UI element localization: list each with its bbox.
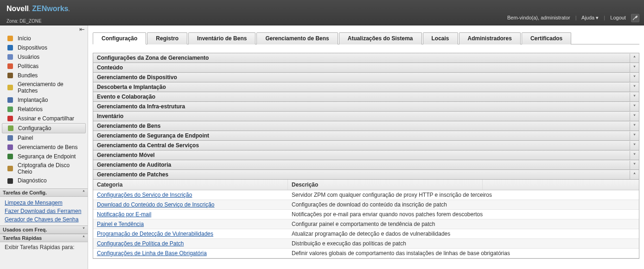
- sidebar-item-4[interactable]: Bundles: [0, 71, 88, 80]
- monitor-icon: [6, 44, 14, 51]
- tab-7[interactable]: Certificados: [522, 32, 571, 44]
- sidebar-item-6[interactable]: Implantação: [0, 95, 88, 105]
- sidebar-item-2[interactable]: Usuários: [0, 52, 88, 62]
- tab-4[interactable]: Atualizações do Sistema: [339, 32, 422, 44]
- accordion-section-0[interactable]: Conteúdo˅: [93, 63, 639, 73]
- nav-list: InícioDispositivosUsuáriosPolíticasBundl…: [0, 33, 88, 188]
- help-link[interactable]: Ajuda ▾: [581, 15, 599, 20]
- accordion-label: Gerenciamento da Central de Serviços: [97, 142, 199, 149]
- sidebar-item-8[interactable]: Assinar e Compartilhar: [0, 114, 88, 123]
- svg-rect-6: [7, 97, 13, 103]
- table-row: Configurações de Política de PatchDistri…: [93, 239, 639, 249]
- accordion-label: Gerenciamento da Infra-estrutura: [97, 103, 185, 110]
- chevron-down-icon: ˅: [630, 112, 639, 121]
- policy-icon: [6, 63, 14, 70]
- zone-settings-panel: Configurações da Zona de Gerenciamento ˄…: [93, 53, 639, 259]
- accordion-section-1[interactable]: Gerenciamento de Dispositivo˅: [93, 73, 639, 82]
- table-body: Configurações do Serviço de InscriçãoSer…: [93, 190, 639, 258]
- sidebar-item-13[interactable]: Criptografia de Disco Cheio: [0, 161, 88, 176]
- category-link-2[interactable]: Notificação por E-mail: [97, 211, 151, 218]
- table-row: Programação de Detecção de Vulnerabilida…: [93, 229, 639, 239]
- category-link-1[interactable]: Download do Conteúdo do Serviço de Inscr…: [97, 201, 215, 208]
- accordion-section-9[interactable]: Gerenciamento Móvel˅: [93, 150, 639, 160]
- category-link-3[interactable]: Painel e Tendência: [97, 221, 144, 227]
- panel-header[interactable]: Configurações da Zona de Gerenciamento ˄: [93, 53, 639, 63]
- category-link-6[interactable]: Configurações de Linha de Base Obrigatór…: [97, 250, 207, 256]
- sidebar-item-0[interactable]: Início: [0, 34, 88, 43]
- chevron-up-icon: ˄: [630, 54, 639, 63]
- chevron-down-icon: ˅: [630, 93, 639, 101]
- chevron-down-icon: ˅: [630, 73, 639, 82]
- tab-3[interactable]: Gerenciamento de Bens: [256, 32, 338, 44]
- accordion-section-7[interactable]: Gerenciamento de Segurança de Endpoint˅: [93, 131, 639, 141]
- sidebar-item-label: Usuários: [18, 54, 39, 60]
- quick-tasks-body: Exibir Tarefas Rápidas para:: [0, 242, 88, 252]
- wrench-icon: [631, 14, 639, 22]
- category-link-4[interactable]: Programação de Detecção de Vulnerabilida…: [97, 231, 213, 237]
- table-header: Categoria Descrição: [93, 180, 639, 190]
- tab-1[interactable]: Registro: [147, 32, 187, 44]
- accordion-section-2[interactable]: Descoberta e Implantação˅: [93, 82, 639, 92]
- tab-2[interactable]: Inventário de Bens: [188, 32, 255, 44]
- svg-rect-3: [7, 63, 13, 69]
- chevron-down-icon: ˅: [630, 151, 639, 160]
- sidebar-item-label: Políticas: [18, 63, 38, 69]
- accordion-section-10[interactable]: Gerenciamento de Auditoria˅: [93, 160, 639, 170]
- sidebar-item-11[interactable]: Gerenciamento de Bens: [0, 143, 88, 152]
- section-quick-tasks-header[interactable]: Tarefas Rápidas ˄: [0, 234, 88, 242]
- svg-rect-8: [7, 116, 13, 121]
- logout-link[interactable]: Logout: [610, 15, 626, 20]
- config-task-link-0[interactable]: Limpeza de Mensagem: [5, 199, 83, 207]
- chevron-up-icon: ˄: [83, 235, 85, 240]
- tab-6[interactable]: Administradores: [459, 32, 521, 44]
- category-link-0[interactable]: Configurações do Serviço de Inscrição: [97, 192, 192, 198]
- sidebar-item-label: Diagnóstico: [18, 177, 47, 184]
- config-task-link-2[interactable]: Gerador de Chaves de Senha: [5, 215, 83, 224]
- sidebar-item-5[interactable]: Gerenciamento de Patches: [0, 80, 88, 95]
- panel-title: Configurações da Zona de Gerenciamento: [97, 55, 209, 61]
- svg-rect-13: [7, 166, 13, 171]
- section-config-tasks-title: Tarefas de Config.: [3, 190, 47, 195]
- accordion-label: Gerenciamento de Dispositivo: [97, 74, 177, 81]
- sidebar-item-12[interactable]: Segurança de Endpoint: [0, 152, 88, 161]
- svg-rect-2: [7, 54, 13, 60]
- sidebar-item-7[interactable]: Relatórios: [0, 105, 88, 114]
- col-category: Categoria: [93, 180, 288, 190]
- share-icon: [6, 115, 14, 122]
- sidebar-item-14[interactable]: Diagnóstico: [0, 176, 88, 186]
- sidebar-item-10[interactable]: Painel: [0, 133, 88, 143]
- accordion-section-11[interactable]: Gerenciamento de Patches˄: [93, 170, 639, 180]
- chevron-down-icon: ˅: [630, 83, 639, 92]
- sidebar-item-label: Início: [18, 35, 31, 42]
- sidebar-item-label: Configuração: [18, 125, 51, 131]
- accordion-section-8[interactable]: Gerenciamento da Central de Serviços˅: [93, 141, 639, 150]
- accordion-section-5[interactable]: Inventário˅: [93, 112, 639, 121]
- row-description: Atualizar programação de detecção e dado…: [288, 229, 454, 238]
- accordion: Conteúdo˅Gerenciamento de Dispositivo˅De…: [93, 63, 639, 180]
- settings-wrench-button[interactable]: [631, 14, 639, 22]
- section-freq-used-header[interactable]: Usados com Freq. ˅: [0, 225, 88, 234]
- accordion-section-3[interactable]: Evento e Colaboração˅: [93, 92, 639, 102]
- table-row: Configurações do Serviço de InscriçãoSer…: [93, 190, 639, 200]
- section-config-tasks-header[interactable]: Tarefas de Config. ˄: [0, 188, 88, 197]
- chevron-down-icon: ˅: [630, 131, 639, 140]
- svg-rect-14: [7, 178, 13, 184]
- accordion-label: Conteúdo: [97, 64, 123, 71]
- sidebar-item-1[interactable]: Dispositivos: [0, 43, 88, 52]
- accordion-section-4[interactable]: Gerenciamento da Infra-estrutura˅: [93, 102, 639, 112]
- main-content: ConfiguraçãoRegistroInventário de BensGe…: [88, 25, 644, 269]
- chevron-down-icon: ˅: [630, 141, 639, 150]
- category-link-5[interactable]: Configurações de Política de Patch: [97, 240, 184, 247]
- sidebar-item-3[interactable]: Políticas: [0, 62, 88, 71]
- tab-5[interactable]: Locais: [423, 32, 458, 44]
- accordion-label: Inventário: [97, 113, 123, 119]
- svg-rect-4: [7, 73, 13, 78]
- accordion-section-6[interactable]: Gerenciamento de Bens˅: [93, 121, 639, 131]
- sidebar-item-label: Painel: [18, 135, 33, 141]
- config-task-link-1[interactable]: Fazer Download das Ferramen: [5, 207, 83, 215]
- sidebar-item-9[interactable]: Configuração: [2, 123, 86, 133]
- chevron-down-icon: ▾: [594, 15, 599, 20]
- sidebar-collapse-button[interactable]: ⇤: [0, 25, 88, 33]
- tab-0[interactable]: Configuração: [93, 32, 146, 44]
- table-row: Configurações de Linha de Base Obrigatór…: [93, 249, 639, 258]
